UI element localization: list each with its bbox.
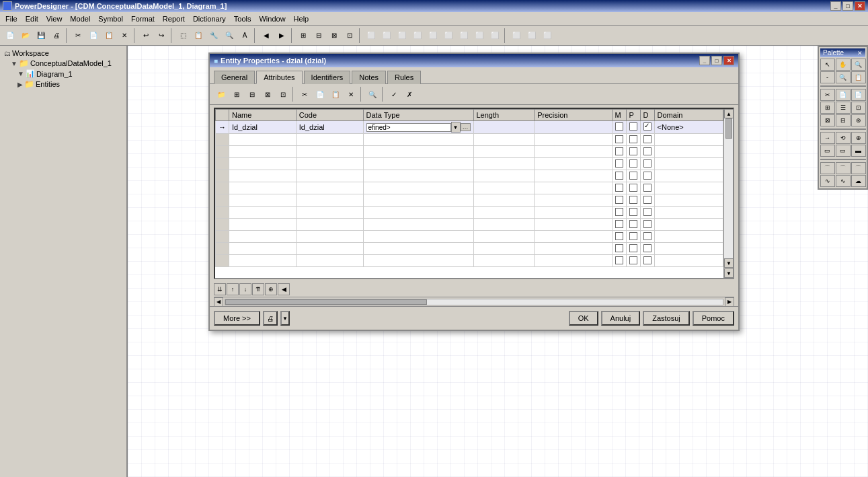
btb-move-down[interactable]: ↓ <box>239 283 251 295</box>
cell-domain[interactable]: <None> <box>654 121 723 134</box>
toolbar-new[interactable]: 📄 <box>3 28 17 43</box>
toolbar-b18[interactable]: ⬜ <box>457 28 471 43</box>
horizontal-scrollbar[interactable]: ◀ ▶ <box>214 297 734 306</box>
toolbar-save[interactable]: 💾 <box>34 28 48 43</box>
palette-b6[interactable]: ⊡ <box>851 102 866 114</box>
tab-identifiers[interactable]: Identifiers <box>304 71 351 84</box>
toolbar-b13[interactable]: ⬜ <box>379 28 394 43</box>
tab-notes[interactable]: Notes <box>352 71 386 84</box>
datatype-text[interactable]: efined> <box>366 123 451 132</box>
palette-b10[interactable]: → <box>820 132 835 144</box>
tab-rules[interactable]: Rules <box>387 71 421 84</box>
checkbox-d[interactable] <box>643 122 652 131</box>
toolbar-b8[interactable]: ⊞ <box>296 28 311 43</box>
scroll-thumb[interactable] <box>725 118 732 139</box>
menu-tools[interactable]: Tools <box>230 13 255 24</box>
cell-length[interactable] <box>473 121 535 134</box>
palette-b7[interactable]: ⊠ <box>820 114 835 126</box>
toolbar-cut[interactable]: ✂ <box>71 28 85 43</box>
menu-symbol[interactable]: Symbol <box>94 13 127 24</box>
palette-select[interactable]: ↖ <box>820 59 835 71</box>
tree-model[interactable]: ▼ 📁 ConceptualDataModel_1 <box>9 58 124 69</box>
scroll-down-button[interactable]: ▼ <box>724 258 734 268</box>
canvas-area[interactable]: Entity_2 ■ Entity Properties - dzial (dz… <box>128 46 868 477</box>
apply-button[interactable]: Zastosuj <box>643 311 690 326</box>
print-arrow-button[interactable]: ▼ <box>280 311 290 326</box>
datatype-browse[interactable]: … <box>461 123 471 131</box>
maximize-button[interactable]: □ <box>842 1 853 11</box>
toolbar-copy[interactable]: 📄 <box>86 28 101 43</box>
toolbar-undo[interactable]: ↩ <box>139 28 153 43</box>
btb-sort[interactable]: ⊕ <box>265 283 277 295</box>
cell-datatype[interactable]: efined> ▼ … <box>363 121 473 134</box>
palette-b4[interactable]: ⊞ <box>820 102 835 114</box>
palette-b19[interactable]: ∿ <box>820 175 835 187</box>
btb-move-top[interactable]: ⇈ <box>252 283 264 295</box>
dtb-paste[interactable]: 📋 <box>328 87 343 102</box>
dtb-cut[interactable]: ✂ <box>297 87 312 102</box>
menu-format[interactable]: Format <box>127 13 159 24</box>
palette-page[interactable]: 📋 <box>851 71 866 83</box>
cell-code[interactable]: Id_dzial <box>296 121 363 134</box>
toolbar-redo[interactable]: ↪ <box>154 28 169 43</box>
vertical-scrollbar[interactable]: ▲ ▼ ▼ <box>723 109 733 278</box>
tab-attributes[interactable]: Attributes <box>256 71 302 84</box>
palette-b18[interactable]: ⌒ <box>851 162 866 174</box>
menu-edit[interactable]: Edit <box>22 13 42 24</box>
palette-zoom2[interactable]: 🔍 <box>836 71 851 83</box>
btb-move-up[interactable]: ↑ <box>227 283 239 295</box>
toolbar-b15[interactable]: ⬜ <box>410 28 425 43</box>
cancel-button[interactable]: Anuluj <box>601 311 641 326</box>
scroll-track[interactable] <box>724 118 733 258</box>
dialog-minimize-button[interactable]: _ <box>699 56 710 65</box>
palette-b14[interactable]: ▭ <box>836 145 851 157</box>
datatype-dropdown[interactable]: ▼ <box>451 122 461 133</box>
toolbar-delete[interactable]: ✕ <box>117 28 132 43</box>
menu-help[interactable]: Help <box>290 13 313 24</box>
dtb-check[interactable]: ✓ <box>387 87 401 102</box>
cell-d[interactable] <box>640 121 654 134</box>
dtb-find[interactable]: 🔍 <box>365 87 380 102</box>
toolbar-b22[interactable]: ⬜ <box>524 28 539 43</box>
toolbar-b3[interactable]: 🔧 <box>206 28 221 43</box>
palette-b1[interactable]: ✂ <box>820 89 835 101</box>
palette-b17[interactable]: ⌒ <box>836 162 851 174</box>
toolbar-b10[interactable]: ⊠ <box>327 28 342 43</box>
tree-entities[interactable]: ▶ 📁 Entities <box>16 79 124 89</box>
checkbox-m[interactable] <box>615 122 623 131</box>
palette-b8[interactable]: ⊟ <box>836 114 851 126</box>
print-button[interactable]: 🖨 <box>263 311 278 326</box>
btb-move-bottom[interactable]: ⇊ <box>214 283 226 295</box>
toolbar-open[interactable]: 📂 <box>18 28 33 43</box>
close-button[interactable]: ✕ <box>855 1 865 11</box>
toolbar-b19[interactable]: ⬜ <box>472 28 487 43</box>
toolbar-b17[interactable]: ⬜ <box>441 28 456 43</box>
palette-close-button[interactable]: ✕ <box>857 50 863 57</box>
hscroll-track[interactable] <box>225 299 723 305</box>
menu-file[interactable]: File <box>1 13 22 24</box>
palette-b12[interactable]: ⊕ <box>851 132 866 144</box>
tab-general[interactable]: General <box>214 71 255 84</box>
toolbar-b5[interactable]: A <box>237 28 252 43</box>
dtb-add-row[interactable]: ⊞ <box>229 87 244 102</box>
palette-b21[interactable]: ☁ <box>851 175 866 187</box>
hscroll-thumb[interactable] <box>225 299 427 305</box>
palette-b3[interactable]: 📄 <box>851 89 866 101</box>
palette-b15[interactable]: ▬ <box>851 145 866 157</box>
dtb-properties[interactable]: 📁 <box>214 87 229 102</box>
palette-b20[interactable]: ∿ <box>836 175 851 187</box>
menu-dictionary[interactable]: Dictionary <box>189 13 230 24</box>
dtb-copy[interactable]: 📄 <box>313 87 327 102</box>
palette-zoom[interactable]: 🔍 <box>851 59 866 71</box>
table-row[interactable]: → Id_dzial Id_dzial efined> ▼ … <box>216 121 723 134</box>
dialog-maximize-button[interactable]: □ <box>711 56 722 65</box>
menu-report[interactable]: Report <box>159 13 189 24</box>
toolbar-paste[interactable]: 📋 <box>102 28 116 43</box>
toolbar-b7[interactable]: ▶ <box>274 28 289 43</box>
toolbar-b4[interactable]: 🔍 <box>222 28 237 43</box>
menu-view[interactable]: View <box>42 13 67 24</box>
minimize-button[interactable]: _ <box>830 1 841 11</box>
dialog-close-button[interactable]: ✕ <box>723 56 734 65</box>
menu-model[interactable]: Model <box>66 13 94 24</box>
palette-hand[interactable]: ✋ <box>836 59 851 71</box>
